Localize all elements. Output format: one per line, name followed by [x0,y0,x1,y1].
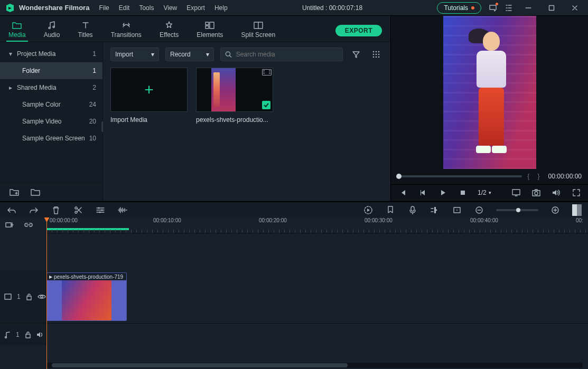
app-name: Wondershare Filmora [19,4,89,12]
menu-export[interactable]: Export [186,4,205,12]
split-button[interactable] [73,205,83,215]
audio-track[interactable]: 1 [0,323,588,345]
svg-rect-3 [206,22,209,25]
import-media-tile[interactable]: + Import Media [110,68,188,124]
fit-timeline-icon[interactable] [572,204,582,216]
open-folder-icon[interactable] [31,188,40,196]
svg-point-12 [376,54,377,55]
checkmark-icon [262,101,270,109]
sidebar-item-sample-color[interactable]: Sample Color24 [0,96,102,113]
crop-icon[interactable] [452,205,462,215]
task-list-icon[interactable] [505,4,513,12]
tool-tabs: Media Audio Titles Transitions Effects [0,16,390,42]
sidebar-item-project-media[interactable]: ▾Project Media1 [0,45,102,62]
adjust-icon[interactable] [95,205,106,215]
snapshot-icon[interactable] [531,187,542,198]
tab-audio[interactable]: Audio [44,21,60,42]
timeline-link-icon[interactable] [23,220,34,230]
zoom-in-button[interactable] [550,205,561,215]
titles-icon [81,21,90,30]
export-button[interactable]: EXPORT [335,25,382,36]
timeline-add-track-icon[interactable] [4,220,15,230]
svg-rect-4 [206,26,209,29]
undo-button[interactable] [6,205,17,215]
volume-icon[interactable] [551,187,562,198]
video-track-icon [4,294,12,300]
media-pane: Import▾ Record▾ + Import Media [103,42,390,201]
svg-rect-33 [5,294,11,299]
audio-mute-icon[interactable] [36,332,44,338]
delete-button[interactable] [51,205,61,215]
menu-file[interactable]: File [99,4,109,12]
menu-help[interactable]: Help [214,4,228,12]
svg-point-8 [373,51,375,53]
sidebar-item-sample-green-screen[interactable]: Sample Green Screen10 [0,130,102,147]
window-minimize-button[interactable] [520,0,536,16]
svg-rect-27 [411,206,414,211]
filter-icon[interactable] [349,48,363,61]
svg-point-14 [373,56,375,58]
window-close-button[interactable] [567,0,583,16]
playhead[interactable] [46,217,47,369]
grid-view-icon[interactable] [369,48,383,61]
voiceover-icon[interactable] [407,205,418,215]
tab-media[interactable]: Media [8,21,26,42]
sidebar-item-sample-video[interactable]: Sample Video20 [0,113,102,130]
sidebar-item-folder[interactable]: Folder1 [0,62,102,79]
svg-point-10 [378,51,380,53]
timeline-ruler[interactable]: 00:00:00:00 00:00:10:00 00:00:20:00 00:0… [46,217,588,233]
media-clip-tile[interactable]: pexels-shvets-productio... [196,68,273,124]
messages-icon[interactable] [489,4,497,12]
play-button[interactable] [437,187,448,198]
audio-mixer-icon[interactable] [430,205,440,215]
menu-edit[interactable]: Edit [119,4,130,12]
svg-point-1 [49,27,50,29]
track-lock-icon[interactable] [26,293,32,300]
tab-transitions[interactable]: Transitions [111,21,142,42]
track-visibility-icon[interactable] [38,294,46,300]
tutorials-button[interactable]: Tutorials [437,2,481,14]
preview-video[interactable] [391,16,588,169]
window-maximize-button[interactable] [544,0,559,16]
zoom-out-button[interactable] [474,205,484,215]
svg-point-16 [378,56,380,58]
import-dropdown[interactable]: Import▾ [110,48,159,61]
stop-button[interactable] [458,187,468,198]
prev-frame-button[interactable] [397,187,408,198]
audio-wave-icon[interactable] [117,205,128,215]
audio-lock-icon[interactable] [25,331,31,338]
timeline-scrollbar[interactable] [46,363,583,368]
menu-view[interactable]: View [163,4,177,12]
tab-effects[interactable]: Effects [160,21,179,42]
split-screen-icon [254,21,263,30]
tab-elements[interactable]: Elements [197,21,223,42]
zoom-slider[interactable] [496,209,538,211]
marker-braces[interactable]: { } [527,173,543,180]
svg-point-25 [99,211,101,213]
preview-quality-dropdown[interactable]: 1/2▾ [478,189,491,196]
play-backward-button[interactable] [417,187,428,198]
display-mode-icon[interactable] [511,187,521,198]
video-track[interactable]: 1 ▶pexels-shvets-production-719 [0,270,588,323]
audio-track-icon [4,331,11,338]
fullscreen-icon[interactable] [571,187,582,198]
redo-button[interactable] [29,205,39,215]
svg-point-35 [41,296,43,298]
svg-point-29 [456,210,458,211]
sidebar-item-shared-media[interactable]: ▸Shared Media2 [0,79,102,96]
svg-rect-18 [512,190,520,195]
tab-split-screen[interactable]: Split Screen [241,21,275,42]
svg-rect-34 [27,296,31,300]
folder-icon [12,21,22,30]
svg-rect-5 [210,22,214,29]
record-dropdown[interactable]: Record▾ [165,48,214,61]
render-preview-icon[interactable] [363,205,374,215]
preview-scrubber[interactable] [397,175,522,177]
marker-icon[interactable] [385,205,396,215]
search-media-input[interactable] [220,48,343,61]
new-folder-icon[interactable] [10,188,19,196]
timeline-clip[interactable]: ▶pexels-shvets-production-719 [46,272,127,321]
menu-tools[interactable]: Tools [139,4,154,12]
audio-track-index: 1 [16,331,20,338]
tab-titles[interactable]: Titles [78,21,92,42]
